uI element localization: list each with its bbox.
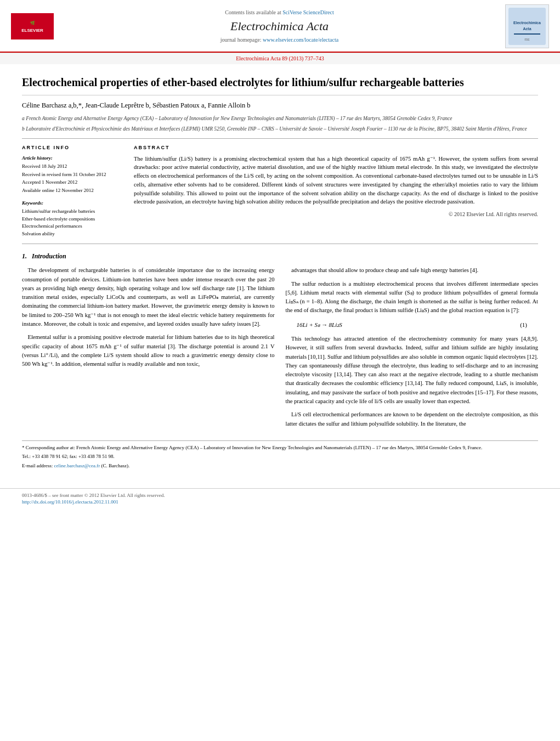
divider-2 xyxy=(22,244,538,244)
keywords-section: Keywords: Lithium/sulfur rechargeable ba… xyxy=(22,200,121,237)
svg-text:ELSEVIER: ELSEVIER xyxy=(21,28,43,33)
section-1: 1. Introduction The development of recha… xyxy=(22,252,538,433)
abstract-header: ABSTRACT xyxy=(134,144,538,151)
footer-bar: 0013-4686/$ – see front matter © 2012 El… xyxy=(0,488,560,509)
doi-link[interactable]: http://dx.doi.org/10.1016/j.electacta.20… xyxy=(22,499,118,505)
keywords-label: Keywords: xyxy=(22,200,121,207)
article-info-col: ARTICLE INFO Article history: Received 1… xyxy=(22,144,121,238)
affiliation-b: b Laboratoire d'Electrochimie et Physico… xyxy=(22,126,538,133)
received-date: Received 18 July 2012 xyxy=(22,163,121,170)
body-left: The development of rechargeable batterie… xyxy=(22,266,275,432)
journal-contents-note: Contents lists available at SciVerse Sci… xyxy=(54,9,505,16)
intro-para-6: Li/S cell electrochemical performances a… xyxy=(286,410,539,428)
svg-rect-7 xyxy=(514,33,540,35)
article-history: Article history: Received 18 July 2012 R… xyxy=(22,155,121,194)
equation-formula: 16Li + S₈ → 8Li₂S xyxy=(297,321,342,329)
journal-homepage: journal homepage: www.elsevier.com/locat… xyxy=(54,36,505,44)
keyword-2: Ether-based electrolyte compositions xyxy=(22,216,121,223)
journal-cover-image: Electrochimica Acta ISE xyxy=(505,4,549,48)
affiliation-a: a French Atomic Energy and Alternative E… xyxy=(22,115,538,122)
body-two-col: The development of rechargeable batterie… xyxy=(22,266,538,432)
intro-para-1: The development of rechargeable batterie… xyxy=(22,266,275,329)
article-info-abstract: ARTICLE INFO Article history: Received 1… xyxy=(22,144,538,238)
svg-text:Electrochimica: Electrochimica xyxy=(513,21,541,25)
divider-1 xyxy=(22,138,538,139)
footer-issn: 0013-4686/$ – see front matter © 2012 El… xyxy=(22,492,538,499)
keyword-1: Lithium/sulfur rechargeable batteries xyxy=(22,208,121,215)
keyword-4: Solvation ability xyxy=(22,230,121,237)
intro-para-5: This technology has attracted attention … xyxy=(286,335,539,406)
elsevier-logo-mark: 🌿 ELSEVIER xyxy=(11,13,54,39)
svg-text:ISE: ISE xyxy=(524,38,530,41)
cover-svg: Electrochimica Acta ISE xyxy=(506,5,548,48)
journal-ref-bar: Electrochimica Acta 89 (2013) 737–743 xyxy=(0,53,560,64)
journal-header: 🌿 ELSEVIER Contents lists available at S… xyxy=(0,0,560,53)
journal-main-title: Electrochimica Acta xyxy=(54,18,505,35)
footer-doi: http://dx.doi.org/10.1016/j.electacta.20… xyxy=(22,499,538,506)
svg-text:Acta: Acta xyxy=(523,27,531,31)
equation-1: 16Li + S₈ → 8Li₂S (1) xyxy=(286,321,539,329)
main-content: Electrochemical properties of ether-base… xyxy=(0,64,560,483)
footnotes: * Corresponding author at: French Atomic… xyxy=(22,440,538,470)
authors: Céline Barchasz a,b,*, Jean-Claude Leprê… xyxy=(22,101,538,111)
intro-para-4: The sulfur reduction is a multistep elec… xyxy=(286,280,539,315)
body-right: advantages that should allow to produce … xyxy=(286,266,539,432)
accepted-date: Accepted 1 November 2012 xyxy=(22,179,121,186)
copyright-line: © 2012 Elsevier Ltd. All rights reserved… xyxy=(134,211,538,218)
footnote-tel: Tel.: +33 438 78 91 62; fax: +33 438 78 … xyxy=(22,453,538,460)
journal-title-block: Contents lists available at SciVerse Sci… xyxy=(54,9,505,44)
revised-date: Received in revised form 31 October 2012 xyxy=(22,171,121,178)
intro-para-2: Elemental sulfur is a promising positive… xyxy=(22,333,275,369)
intro-para-3: advantages that should allow to produce … xyxy=(286,266,539,275)
elsevier-logo: 🌿 ELSEVIER xyxy=(11,13,54,39)
keyword-3: Electrochemical performances xyxy=(22,223,121,230)
history-label: Article history: xyxy=(22,155,121,162)
footnote-corresponding: * Corresponding author at: French Atomic… xyxy=(22,444,538,451)
sciverse-link[interactable]: SciVerse ScienceDirect xyxy=(282,9,334,15)
section-1-title: 1. Introduction xyxy=(22,252,538,261)
homepage-link[interactable]: www.elsevier.com/locate/electacta xyxy=(263,37,338,43)
abstract-col: ABSTRACT The lithium/sulfur (Li/S) batte… xyxy=(134,144,538,238)
svg-text:🌿: 🌿 xyxy=(30,20,35,25)
online-date: Available online 12 November 2012 xyxy=(22,187,121,194)
abstract-text: The lithium/sulfur (Li/S) battery is a p… xyxy=(134,155,538,207)
page-wrapper: 🌿 ELSEVIER Contents lists available at S… xyxy=(0,0,560,509)
email-link[interactable]: celine.barchasz@cea.fr xyxy=(54,463,100,468)
elsevier-svg-logo: 🌿 ELSEVIER xyxy=(11,13,54,39)
article-info-header: ARTICLE INFO xyxy=(22,144,121,151)
footnote-email: E-mail address: celine.barchasz@cea.fr (… xyxy=(22,462,538,470)
equation-number: (1) xyxy=(520,321,527,329)
article-title: Electrochemical properties of ether-base… xyxy=(22,75,538,95)
svg-rect-0 xyxy=(11,13,54,39)
